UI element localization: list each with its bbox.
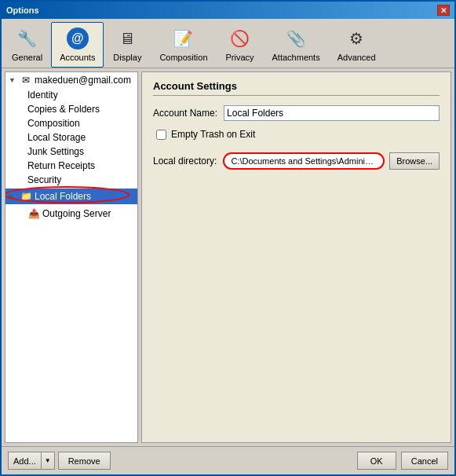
toolbar-privacy[interactable]: 🚫 Privacy xyxy=(217,22,264,68)
sidebar-item-local-folders[interactable]: ▶ 📁 Local Folders xyxy=(5,189,137,204)
tree-account-root[interactable]: ▼ ✉ makeduen@gmail.com xyxy=(5,72,137,88)
composition-label: Composition xyxy=(27,118,80,129)
outgoing-icon: 📤 xyxy=(27,207,40,220)
add-button[interactable]: Add... ▼ xyxy=(8,452,55,470)
expand-icon: ▼ xyxy=(9,76,20,84)
toolbar: 🔧 General @ Accounts 🖥 Display 📝 Composi… xyxy=(2,19,454,68)
display-icon: 🖥 xyxy=(115,26,140,51)
attachments-icon: 📎 xyxy=(283,26,308,51)
window-title: Options xyxy=(6,5,39,15)
local-directory-row: Local directory: Browse... xyxy=(153,152,440,170)
sidebar-item-security[interactable]: Security xyxy=(5,173,137,187)
sidebar-item-outgoing-server[interactable]: 📤 Outgoing Server xyxy=(5,206,137,222)
accounts-icon: @ xyxy=(65,26,90,51)
bottom-left-buttons: Add... ▼ Remove xyxy=(8,452,111,470)
sidebar-item-return-receipts[interactable]: Return Receipts xyxy=(5,159,137,173)
toolbar-composition-label: Composition xyxy=(159,53,207,62)
main-area: ▼ ✉ makeduen@gmail.com Identity Copies &… xyxy=(2,68,454,446)
identity-label: Identity xyxy=(27,90,58,101)
empty-trash-checkbox[interactable] xyxy=(156,130,166,140)
account-email: makeduen@gmail.com xyxy=(35,75,131,86)
add-dropdown-arrow[interactable]: ▼ xyxy=(42,452,54,469)
browse-button[interactable]: Browse... xyxy=(389,152,440,170)
bottom-right-buttons: OK Cancel xyxy=(357,452,448,470)
toolbar-privacy-label: Privacy xyxy=(226,53,254,62)
return-receipts-label: Return Receipts xyxy=(27,160,95,171)
account-name-row: Account Name: xyxy=(153,105,440,121)
security-label: Security xyxy=(27,174,61,185)
empty-trash-row: Empty Trash on Exit xyxy=(153,129,440,140)
local-folders-label: Local Folders xyxy=(35,191,91,202)
general-icon: 🔧 xyxy=(15,26,40,51)
section-title: Account Settings xyxy=(153,80,440,96)
toolbar-attachments-label: Attachments xyxy=(272,53,320,62)
right-panel: Account Settings Account Name: Empty Tra… xyxy=(141,71,451,443)
local-dir-wrapper: Browse... xyxy=(223,152,440,170)
sidebar-item-copies-folders[interactable]: Copies & Folders xyxy=(5,102,137,116)
left-panel: ▼ ✉ makeduen@gmail.com Identity Copies &… xyxy=(5,71,138,443)
outgoing-server-label: Outgoing Server xyxy=(42,208,111,219)
remove-button[interactable]: Remove xyxy=(58,452,111,470)
close-button[interactable]: ✕ xyxy=(437,5,450,16)
sidebar-item-local-storage[interactable]: Local Storage xyxy=(5,130,137,145)
advanced-icon: ⚙ xyxy=(344,26,369,51)
sidebar-item-composition[interactable]: Composition xyxy=(5,116,137,130)
local-directory-label: Local directory: xyxy=(153,156,217,167)
toolbar-accounts[interactable]: @ Accounts xyxy=(51,22,104,68)
sidebar-item-identity[interactable]: Identity xyxy=(5,88,137,102)
privacy-icon: 🚫 xyxy=(228,26,253,51)
sidebar-item-junk-settings[interactable]: Junk Settings xyxy=(5,145,137,159)
toolbar-advanced-label: Advanced xyxy=(337,53,376,62)
junk-settings-label: Junk Settings xyxy=(27,146,84,157)
cancel-button[interactable]: Cancel xyxy=(401,452,448,470)
bottom-bar: Add... ▼ Remove OK Cancel xyxy=(2,446,454,474)
account-name-input[interactable] xyxy=(224,105,440,121)
toolbar-display[interactable]: 🖥 Display xyxy=(104,22,151,68)
toolbar-display-label: Display xyxy=(113,53,141,62)
title-bar: Options ✕ xyxy=(2,2,454,19)
local-directory-input[interactable] xyxy=(223,152,385,170)
toolbar-attachments[interactable]: 📎 Attachments xyxy=(264,22,329,68)
add-label[interactable]: Add... xyxy=(9,452,42,469)
ok-button[interactable]: OK xyxy=(357,452,396,470)
local-folders-expand: ▶ xyxy=(9,192,20,200)
copies-folders-label: Copies & Folders xyxy=(27,104,100,115)
toolbar-composition[interactable]: 📝 Composition xyxy=(151,22,216,68)
toolbar-advanced[interactable]: ⚙ Advanced xyxy=(329,22,385,68)
local-storage-label: Local Storage xyxy=(27,132,86,143)
options-window: Options ✕ 🔧 General @ Accounts 🖥 Display… xyxy=(0,0,456,476)
account-icon: ✉ xyxy=(20,74,32,86)
empty-trash-label: Empty Trash on Exit xyxy=(171,129,255,140)
account-name-label: Account Name: xyxy=(153,108,217,119)
toolbar-accounts-label: Accounts xyxy=(60,53,95,62)
toolbar-general[interactable]: 🔧 General xyxy=(3,22,51,68)
toolbar-general-label: General xyxy=(12,53,42,62)
composition-icon: 📝 xyxy=(171,26,196,51)
folder-icon: 📁 xyxy=(20,190,32,203)
